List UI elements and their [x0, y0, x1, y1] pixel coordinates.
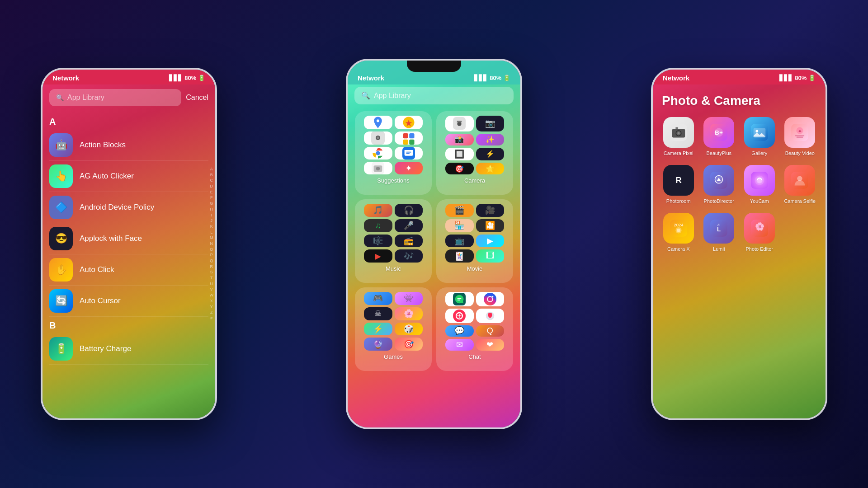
camera-selfie-label: Camera Selfie	[784, 198, 816, 204]
list-item[interactable]: 🤖 Action Blocks	[49, 130, 208, 161]
svg-point-12	[376, 167, 380, 170]
editor-icon: ✦	[395, 162, 423, 174]
cam2-icon	[364, 162, 392, 174]
photo-editor-icon: 🌸	[744, 213, 775, 244]
phones-container: Network ▋▋▋ 80% 🔋 🔍 App Library Cancel A…	[0, 0, 868, 488]
list-item[interactable]: 😎 Applock with Face	[49, 223, 208, 254]
cf6-icon: ⚡	[476, 148, 505, 161]
photo-editor-label: Photo Editor	[745, 246, 773, 252]
svg-point-2	[377, 136, 379, 139]
right-content: Photo & Camera Camera Pixel B+ BeautyPlu…	[653, 84, 826, 261]
left-signal-icon: ▋▋▋	[169, 75, 183, 81]
list-item[interactable]: 🔋 Battery Charge	[49, 333, 208, 365]
section-letter-a: A	[49, 113, 208, 130]
photo-director-item[interactable]: PhotoDirector	[703, 165, 736, 204]
beauty-plus-label: BeautyPlus	[706, 150, 731, 156]
gf2-icon: 👾	[395, 292, 423, 305]
svg-rect-16	[484, 293, 496, 305]
mov4-icon: 🎦	[476, 219, 505, 232]
cf8-icon: ⭐	[476, 163, 505, 174]
beauty-video-item[interactable]: ✦ Beauty Video	[783, 117, 817, 156]
camera-selfie-item[interactable]: Camera Selfie	[783, 165, 817, 204]
camera-x-icon: 2024	[663, 213, 694, 244]
lumii-item[interactable]: AIL Lumii	[703, 213, 736, 252]
svg-point-21	[459, 315, 461, 317]
suggestions-folder[interactable]: ✦ Suggestions	[355, 111, 432, 195]
battery-charge-icon: 🔋	[49, 337, 73, 361]
camera-x-item[interactable]: 2024 Camera X	[662, 213, 695, 252]
applock-label: Applock with Face	[80, 234, 142, 243]
movie-folder[interactable]: 🎬 🎥 🏪 🎦 📺 ▶	[436, 199, 513, 283]
right-network-name: Network	[663, 74, 689, 82]
search-icon: 🔍	[56, 94, 64, 101]
action-blocks-icon: 🤖	[49, 133, 73, 157]
ag-auto-clicker-icon: 👆	[49, 164, 73, 188]
youcam-item[interactable]: YouCam	[743, 165, 776, 204]
camera-selfie-icon	[784, 165, 815, 196]
category-title: Photo & Camera	[662, 94, 816, 108]
gf5-icon: ⚡	[364, 323, 392, 336]
search-bar[interactable]: 🔍 App Library	[49, 89, 181, 106]
center-search-icon: 🔍	[361, 91, 370, 100]
android-policy-icon: 🔷	[49, 196, 73, 219]
camera-pixel-item[interactable]: Camera Pixel	[662, 117, 695, 156]
cf2-chat-icon	[476, 292, 505, 306]
camera-folder-label: Camera	[464, 177, 485, 184]
mov8-icon: 🎞	[476, 249, 505, 263]
mov6-icon: ▶	[476, 235, 505, 248]
photo-camera-grid: Camera Pixel B+ BeautyPlus Gallery	[662, 117, 816, 252]
photo-director-label: PhotoDirector	[704, 198, 734, 204]
left-network-name: Network	[52, 74, 79, 82]
cf1-icon	[445, 116, 474, 131]
beauty-plus-item[interactable]: B+ BeautyPlus	[703, 117, 736, 156]
list-item[interactable]: 🔷 Android Device Policy	[49, 192, 208, 223]
alphabet-index[interactable]: A B C D E F G H I J K L M N O P Q R S T …	[210, 167, 214, 321]
list-item[interactable]: 👆 AG Auto Clicker	[49, 161, 208, 192]
svg-text:2024: 2024	[674, 222, 683, 227]
list-item[interactable]: ✋ Auto Click	[49, 254, 208, 286]
music-folder-icons: 🎵 🎧 ♫ 🎤 🎼 📻	[364, 204, 423, 263]
mf5-icon: 🎼	[364, 235, 392, 248]
games-folder[interactable]: 🎮 👾 ☠ 🌸 ⚡ 🎲	[355, 287, 432, 371]
center-search-bar[interactable]: 🔍 App Library	[354, 87, 514, 104]
svg-point-8	[376, 151, 380, 155]
cf2-icon: 📷	[476, 116, 505, 131]
mf1-icon: 🎵	[364, 204, 392, 217]
phone-center: Network ▋▋▋ 80% 🔋 🔍 App Library	[346, 59, 522, 429]
chat-folder[interactable]: 💬 Q ✉ ❤ Chat	[436, 287, 513, 371]
camera-pixel-label: Camera Pixel	[664, 150, 693, 156]
chrome-icon	[364, 147, 392, 160]
svg-point-28	[677, 132, 679, 135]
gallery-item[interactable]: Gallery	[743, 117, 776, 156]
center-search-placeholder: App Library	[374, 92, 411, 100]
camera-folder[interactable]: 📷 📸 ✨ 🔲 ⚡ 🎯	[436, 111, 513, 195]
left-status-icons: ▋▋▋ 80% 🔋	[169, 75, 205, 81]
suggestions-icons: ✦	[364, 116, 423, 174]
music-folder[interactable]: 🎵 🎧 ♫ 🎤 🎼 📻	[355, 199, 432, 283]
beauty-plus-icon: B+	[703, 117, 734, 148]
auto-cursor-label: Auto Cursor	[80, 296, 121, 305]
applock-icon: 😎	[49, 227, 73, 250]
center-battery-text: 80% 🔋	[490, 75, 510, 81]
search-bar-container: 🔍 App Library Cancel	[49, 84, 208, 113]
svg-text:R: R	[675, 175, 682, 185]
photoroom-item[interactable]: R Photoroom	[662, 165, 695, 204]
cf3-icon: 📸	[445, 134, 474, 145]
right-status-icons: ▋▋▋ 80% 🔋	[779, 75, 816, 81]
cancel-button[interactable]: Cancel	[186, 94, 208, 102]
left-content: 🔍 App Library Cancel A 🤖 Action Blocks 👆	[42, 84, 215, 365]
ag-auto-clicker-label: AG Auto Clicker	[80, 172, 134, 181]
svg-point-35	[755, 130, 758, 132]
movie-folder-icons: 🎬 🎥 🏪 🎦 📺 ▶	[445, 204, 504, 263]
mf8-icon: 🎶	[395, 249, 423, 263]
right-status-bar: Network ▋▋▋ 80% 🔋	[653, 70, 826, 84]
photo-editor-item[interactable]: 🌸 Photo Editor	[743, 213, 776, 252]
right-signal-icon: ▋▋▋	[779, 75, 793, 81]
right-battery-text: 80% 🔋	[795, 75, 816, 81]
photos-icon	[395, 116, 423, 129]
phone-right: Network ▋▋▋ 80% 🔋 Photo & Camera Camera …	[651, 68, 827, 420]
battery-charge-label: Battery Charge	[80, 344, 131, 353]
phone-left: Network ▋▋▋ 80% 🔋 🔍 App Library Cancel A…	[41, 68, 217, 420]
cf5-icon: 🔲	[445, 148, 474, 161]
list-item[interactable]: 🔄 Auto Cursor	[49, 286, 208, 317]
